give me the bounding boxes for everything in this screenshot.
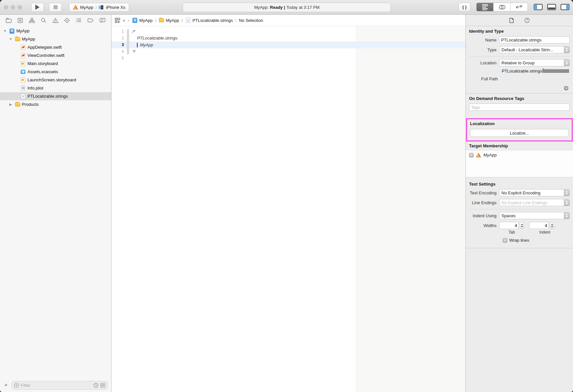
recent-files-icon[interactable] — [93, 383, 98, 388]
navigator-tab-bar — [0, 15, 111, 26]
code-line: 1 /* — [111, 28, 465, 35]
filter-input[interactable] — [21, 383, 92, 388]
tests-navigator-icon[interactable] — [64, 18, 70, 23]
choose-folder-icon[interactable] — [542, 69, 569, 73]
find-navigator-icon[interactable] — [41, 18, 46, 23]
source-control-icon[interactable] — [17, 18, 23, 23]
plist-file-icon — [20, 85, 26, 91]
inspector-panel: ? Identity and Type Name Type Default - … — [466, 15, 573, 392]
jump-bar: ‹ › A MyApp ⟩ MyApp ⟩ t PTLocalizab — [111, 15, 465, 26]
breadcrumb-file[interactable]: t PTLocalizable.strings — [185, 18, 233, 23]
stepper-icon — [564, 189, 569, 196]
type-dropdown[interactable]: Default - Localizable Strin... — [499, 46, 570, 53]
symbols-navigator-icon[interactable] — [29, 18, 35, 23]
chevron-separator: ⟩ — [95, 5, 97, 9]
tree-item-products[interactable]: ▶ Products — [0, 100, 111, 108]
stop-button[interactable] — [49, 3, 62, 12]
breadcrumb: A MyApp ⟩ MyApp ⟩ t PTLocalizable.string… — [132, 18, 263, 23]
run-button[interactable] — [31, 3, 44, 12]
source-editor[interactable]: 1 /* 2 PTLocalizable.strings 3 MyApp 4 *… — [111, 26, 465, 392]
tab-width-stepper[interactable] — [520, 222, 524, 229]
debug-navigator-icon[interactable] — [76, 18, 82, 23]
svg-text:?: ? — [526, 19, 528, 22]
tree-item-file[interactable]: ViewController.swift — [0, 51, 111, 59]
disclosure-triangle[interactable]: ▶ — [9, 103, 12, 106]
tree-item-group[interactable]: ▼ MyApp — [0, 35, 111, 43]
disclosure-triangle[interactable]: ▼ — [9, 37, 12, 41]
status-project: MyApp: — [254, 5, 269, 10]
line-number: 1 — [111, 29, 124, 34]
breadcrumb-label: MyApp — [166, 18, 179, 23]
breakpoints-navigator-icon[interactable] — [87, 18, 94, 23]
tree-item-project[interactable]: ▼ A MyApp — [0, 27, 111, 35]
tree-item-file[interactable]: AppDelegate.swift — [0, 43, 111, 51]
assistant-editor-button[interactable] — [494, 3, 511, 11]
target-membership-section: Target Membership ✓ MyApp — [466, 141, 573, 179]
tree-item-file-selected[interactable]: t PTLocalizable.strings — [0, 92, 111, 100]
code-line: 4 */ — [111, 48, 465, 55]
folder-icon — [15, 36, 20, 42]
text-cursor — [137, 43, 138, 47]
section-title: Target Membership — [469, 143, 570, 148]
close-window-button[interactable] — [4, 5, 8, 9]
breadcrumb-selection[interactable]: No Selection — [239, 18, 263, 23]
minimize-window-button[interactable] — [11, 5, 15, 9]
debug-panel-icon — [548, 8, 555, 9]
source-control-status-icon[interactable] — [100, 383, 105, 388]
type-value: Default - Localizable Strin... — [499, 47, 564, 52]
tree-item-file[interactable]: Main.storyboard — [0, 59, 111, 68]
forward-button[interactable]: › — [128, 18, 129, 23]
back-button[interactable]: ‹ — [123, 18, 125, 23]
target-checkbox[interactable]: ✓ — [469, 153, 474, 157]
text-encoding-dropdown[interactable]: No Explicit Encoding — [499, 189, 570, 196]
name-field[interactable] — [499, 36, 570, 43]
library-button[interactable]: { } — [459, 3, 470, 11]
strings-file-icon: t — [185, 18, 191, 23]
project-navigator-icon[interactable] — [6, 18, 12, 23]
reveal-path-arrow-icon[interactable]: ➔ — [564, 86, 568, 90]
tree-item-file[interactable]: Info.plist — [0, 84, 111, 92]
location-dropdown[interactable]: Relative to Group — [499, 59, 570, 66]
line-endings-dropdown[interactable]: No Explicit Line Endings — [499, 199, 570, 206]
indent-using-dropdown[interactable]: Spaces — [499, 212, 570, 219]
quick-help-icon[interactable]: ? — [524, 18, 530, 23]
breadcrumb-group[interactable]: MyApp — [159, 18, 179, 23]
text-encoding-value: No Explicit Encoding — [499, 190, 564, 195]
add-file-button[interactable]: + — [3, 383, 8, 388]
navigator-panel-icon — [535, 5, 537, 9]
code-text: /* — [132, 29, 135, 34]
version-editor-button[interactable] — [511, 3, 528, 11]
assistant-editor-icon — [498, 5, 506, 10]
chevron-separator: ⟩ — [181, 18, 183, 23]
wrap-lines-checkbox[interactable]: ✓ — [503, 238, 507, 243]
toggle-inspector-button[interactable] — [561, 4, 569, 10]
stepper-icon — [564, 199, 569, 206]
code-line: 2 PTLocalizable.strings — [111, 35, 465, 42]
scheme-selector[interactable]: MyApp ⟩ iPhone Xs — [69, 3, 129, 12]
file-inspector-icon[interactable] — [509, 18, 514, 23]
target-row[interactable]: ✓ MyApp — [469, 153, 570, 157]
tab-width-field[interactable] — [499, 222, 519, 229]
section-title: Identity and Type — [469, 29, 570, 34]
toggle-navigator-button[interactable] — [534, 4, 543, 10]
indent-width-field[interactable] — [529, 222, 549, 229]
indent-width-stepper[interactable] — [550, 222, 554, 229]
issues-navigator-icon[interactable] — [52, 18, 59, 23]
breadcrumb-project[interactable]: A MyApp — [132, 18, 152, 23]
tree-item-file[interactable]: LaunchScreen.storyboard — [0, 76, 111, 84]
inspector-panel-icon — [566, 5, 568, 9]
app-target-icon — [73, 5, 78, 9]
disclosure-triangle[interactable]: ▼ — [3, 29, 7, 33]
editor-mode-segmented — [476, 3, 528, 11]
wrap-lines-row[interactable]: ✓ Wrap lines — [503, 238, 570, 243]
toggle-debug-area-button[interactable] — [547, 4, 556, 10]
related-items-icon[interactable] — [115, 18, 120, 23]
standard-editor-button[interactable] — [477, 3, 494, 11]
tags-field[interactable] — [469, 104, 570, 111]
tree-item-file[interactable]: Assets.xcassets — [0, 68, 111, 76]
localize-button[interactable]: Localize... — [470, 129, 569, 137]
status-state: Ready | — [270, 5, 285, 10]
reports-navigator-icon[interactable] — [99, 18, 106, 23]
filter-field[interactable] — [11, 381, 108, 390]
zoom-window-button[interactable] — [18, 5, 22, 9]
